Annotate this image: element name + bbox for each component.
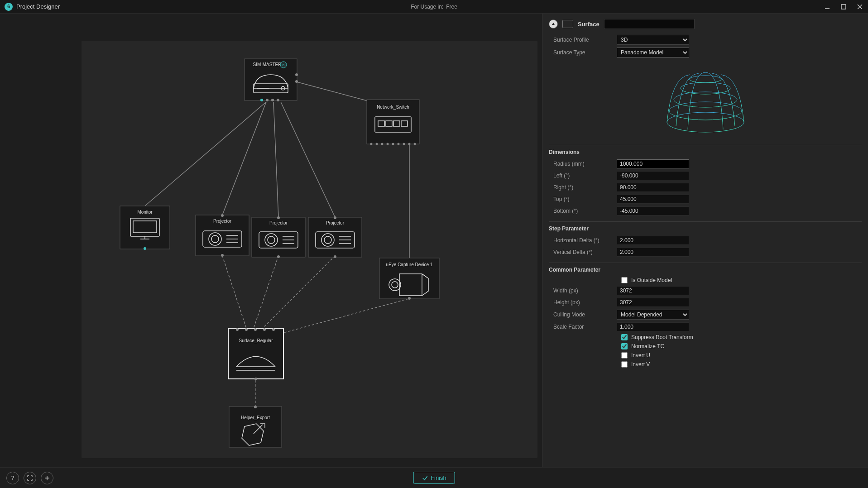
svg-line-13 [275, 299, 408, 335]
svg-point-26 [295, 73, 298, 76]
finish-button[interactable]: Finish [413, 472, 455, 484]
svg-point-90 [236, 328, 239, 331]
svg-line-5 [222, 102, 266, 215]
suppress-checkbox[interactable] [621, 334, 628, 340]
radius-label: Radius (mm) [549, 161, 617, 167]
add-button[interactable] [41, 472, 53, 484]
title-bar: 6 Project Designer For Usage in: Free [0, 0, 868, 14]
svg-line-6 [273, 102, 278, 217]
svg-point-37 [381, 143, 384, 145]
node-helper-export[interactable]: Helper_Export [229, 406, 282, 447]
surface-profile-select[interactable]: 3D [617, 35, 689, 45]
svg-point-99 [254, 406, 257, 408]
help-button[interactable]: ? [6, 472, 19, 484]
svg-line-8 [295, 81, 371, 102]
bottom-input[interactable] [617, 206, 689, 215]
svg-point-25 [277, 99, 279, 101]
finish-label: Finish [431, 474, 446, 481]
width-input[interactable] [617, 286, 689, 295]
right-input[interactable] [617, 183, 689, 192]
svg-line-7 [281, 102, 335, 217]
svg-text:uEye Capture Device 1: uEye Capture Device 1 [386, 262, 433, 267]
usage-label: For Usage in: [411, 4, 443, 10]
node-sim-master[interactable]: SIM-MASTER 6 [245, 59, 298, 101]
svg-point-60 [221, 254, 224, 257]
svg-text:SIM-MASTER: SIM-MASTER [253, 62, 282, 67]
step-section-title: Step Parameter [549, 221, 862, 232]
svg-point-93 [263, 328, 266, 331]
invert-u-checkbox[interactable] [621, 352, 628, 359]
invert-v-checkbox[interactable] [621, 361, 628, 368]
top-label: Top (°) [549, 196, 617, 202]
svg-point-94 [272, 328, 275, 331]
svg-point-43 [414, 143, 416, 145]
suppress-label: Suppress Root Transform [631, 334, 693, 340]
graph-canvas[interactable]: SIM-MASTER 6 Network_Switch [0, 14, 542, 467]
surface-name-input[interactable] [604, 19, 695, 29]
scale-input[interactable] [617, 322, 689, 331]
minimize-button[interactable] [823, 2, 832, 11]
svg-text:Surface_Regular: Surface_Regular [239, 338, 273, 343]
maximize-button[interactable] [839, 2, 848, 11]
svg-point-22 [260, 99, 263, 101]
invert-u-label: Invert U [631, 352, 650, 359]
svg-point-91 [245, 328, 248, 331]
node-capture-device[interactable]: uEye Capture Device 1 [379, 258, 439, 300]
app-title: Project Designer [16, 3, 60, 10]
svg-point-39 [392, 143, 394, 145]
svg-text:Projector: Projector [326, 220, 345, 225]
invert-v-label: Invert V [631, 361, 650, 368]
surface-type-label: Surface Type [549, 49, 617, 56]
vdelta-input[interactable] [617, 248, 689, 257]
dimensions-section-title: Dimensions [549, 145, 862, 155]
hdelta-input[interactable] [617, 236, 689, 245]
left-input[interactable] [617, 171, 689, 180]
svg-point-79 [334, 216, 336, 219]
normalize-label: Normalize TC [631, 343, 664, 349]
height-input[interactable] [617, 298, 689, 307]
svg-point-23 [266, 99, 269, 101]
svg-point-70 [277, 255, 280, 258]
surface-preview [549, 59, 862, 140]
node-surface[interactable]: Surface_Regular [228, 328, 283, 380]
svg-point-92 [254, 328, 257, 331]
node-projector-1[interactable]: Projector [196, 214, 249, 257]
svg-point-80 [334, 255, 336, 258]
svg-rect-1 [841, 5, 846, 9]
svg-point-24 [271, 99, 274, 101]
outside-model-checkbox[interactable] [621, 277, 628, 283]
svg-point-40 [398, 143, 400, 145]
common-section-title: Common Parameter [549, 263, 862, 273]
height-label: Height (px) [549, 299, 617, 306]
properties-panel: Surface Surface Profile 3D Surface Type … [542, 14, 868, 467]
svg-point-36 [376, 143, 378, 145]
culling-label: Culling Mode [549, 311, 617, 318]
collapse-icon[interactable] [549, 19, 558, 29]
node-projector-2[interactable]: Projector [252, 216, 305, 258]
svg-point-95 [254, 378, 257, 380]
hdelta-label: Horizontal Delta (°) [549, 237, 617, 244]
svg-line-10 [222, 256, 246, 328]
surface-type-select[interactable]: Panadome Model [617, 48, 689, 57]
radius-input[interactable] [617, 159, 689, 168]
node-monitor[interactable]: Monitor [120, 206, 170, 250]
left-label: Left (°) [549, 172, 617, 179]
scale-label: Scale Factor [549, 324, 617, 330]
width-label: Width (px) [549, 287, 617, 294]
top-input[interactable] [617, 195, 689, 204]
svg-point-50 [144, 247, 146, 250]
close-button[interactable] [855, 2, 864, 11]
usage-value: Free [446, 4, 457, 10]
svg-point-87 [408, 297, 411, 300]
node-network-switch[interactable]: Network_Switch [367, 100, 419, 145]
surface-profile-label: Surface Profile [549, 37, 617, 43]
node-projector-3[interactable]: Projector [308, 216, 362, 258]
svg-rect-96 [229, 407, 282, 447]
culling-select[interactable]: Model Depended [617, 310, 689, 320]
normalize-checkbox[interactable] [621, 343, 628, 349]
svg-text:Helper_Export: Helper_Export [241, 415, 270, 420]
fullscreen-button[interactable] [24, 472, 36, 484]
svg-line-4 [145, 102, 266, 206]
outside-model-label: Is Outside Model [631, 277, 672, 283]
svg-point-41 [403, 143, 405, 145]
